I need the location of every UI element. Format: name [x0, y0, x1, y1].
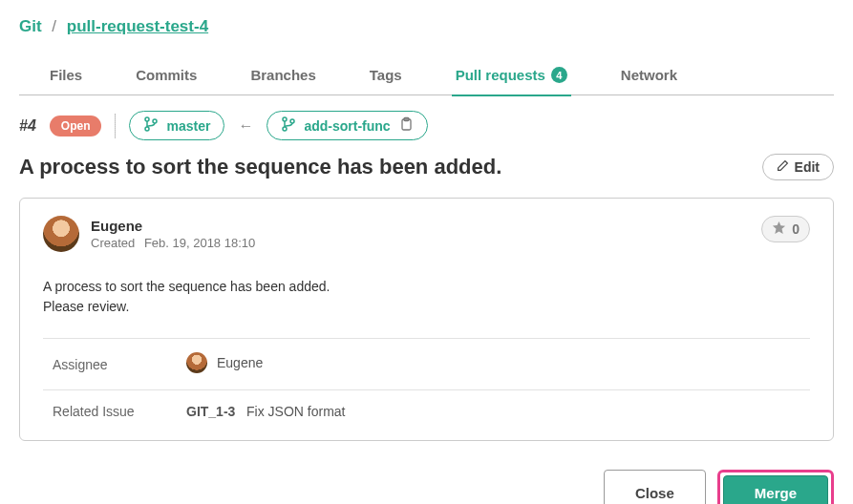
merge-button[interactable]: Merge	[723, 475, 828, 504]
assignee-name: Eugene	[217, 355, 263, 370]
meta-table: Assignee Eugene Related Issue GIT_1-3 Fi…	[43, 338, 810, 432]
pencil-icon	[777, 159, 789, 175]
related-issue-row: Related Issue GIT_1-3 Fix JSON format	[43, 390, 810, 433]
branch-icon	[143, 116, 159, 135]
pull-requests-count: 4	[551, 67, 567, 83]
pr-header: #4 Open master ← add-sort-func	[19, 95, 834, 154]
edit-label: Edit	[795, 159, 820, 175]
breadcrumb-separator: /	[52, 17, 56, 35]
assignee-label: Assignee	[43, 339, 177, 390]
tab-network[interactable]: Network	[617, 57, 681, 94]
base-branch-pill[interactable]: master	[129, 111, 224, 140]
related-issue-link[interactable]: GIT_1-3	[186, 404, 235, 419]
related-issue-title: Fix JSON format	[246, 404, 345, 419]
action-row: Close Merge	[19, 441, 834, 504]
star-icon	[772, 220, 786, 238]
svg-point-1	[145, 127, 149, 131]
avatar	[43, 216, 79, 252]
created-at: Created Feb. 19, 2018 18:10	[91, 236, 255, 250]
close-button[interactable]: Close	[604, 470, 706, 504]
svg-point-4	[283, 127, 287, 131]
pr-card: Eugene Created Feb. 19, 2018 18:10 0 A p…	[19, 198, 834, 441]
author-row: Eugene Created Feb. 19, 2018 18:10	[43, 216, 255, 252]
divider	[115, 114, 116, 138]
clipboard-icon[interactable]	[398, 116, 414, 135]
tab-pull-requests[interactable]: Pull requests 4	[452, 57, 571, 94]
head-branch-pill[interactable]: add-sort-func	[267, 111, 427, 140]
pr-title: A process to sort the sequence has been …	[19, 155, 501, 179]
nav-tabs: Files Commits Branches Tags Pull request…	[19, 57, 834, 95]
desc-line-1: A process to sort the sequence has been …	[43, 277, 810, 297]
created-label: Created	[91, 236, 135, 250]
assignee-avatar	[186, 352, 207, 373]
author-name: Eugene	[91, 218, 255, 234]
branch-icon	[281, 116, 296, 135]
breadcrumb: Git / pull-request-test-4	[19, 17, 834, 36]
created-date: Feb. 19, 2018 18:10	[144, 236, 255, 250]
arrow-left-icon: ←	[238, 117, 253, 135]
title-row: A process to sort the sequence has been …	[19, 154, 834, 180]
related-label: Related Issue	[43, 390, 177, 433]
svg-point-2	[153, 119, 157, 123]
edit-button[interactable]: Edit	[762, 154, 834, 180]
tab-tags[interactable]: Tags	[366, 57, 406, 94]
star-count: 0	[792, 221, 800, 237]
tab-commits[interactable]: Commits	[132, 57, 201, 94]
svg-point-3	[283, 117, 287, 121]
star-button[interactable]: 0	[761, 216, 810, 242]
tab-pull-requests-label: Pull requests	[456, 67, 545, 83]
head-branch-name: add-sort-func	[304, 118, 390, 134]
tab-branches[interactable]: Branches	[246, 57, 319, 94]
assignee-row: Assignee Eugene	[43, 339, 810, 390]
merge-highlight: Merge	[717, 470, 834, 504]
svg-point-5	[290, 119, 294, 123]
desc-line-2: Please review.	[43, 297, 810, 317]
pr-description: A process to sort the sequence has been …	[43, 277, 810, 317]
status-badge-open: Open	[50, 116, 102, 136]
base-branch-name: master	[166, 118, 210, 134]
breadcrumb-repo[interactable]: pull-request-test-4	[67, 17, 208, 35]
breadcrumb-root[interactable]: Git	[19, 17, 42, 35]
pr-number: #4	[19, 117, 36, 135]
tab-files[interactable]: Files	[46, 57, 86, 94]
svg-point-0	[145, 117, 149, 121]
